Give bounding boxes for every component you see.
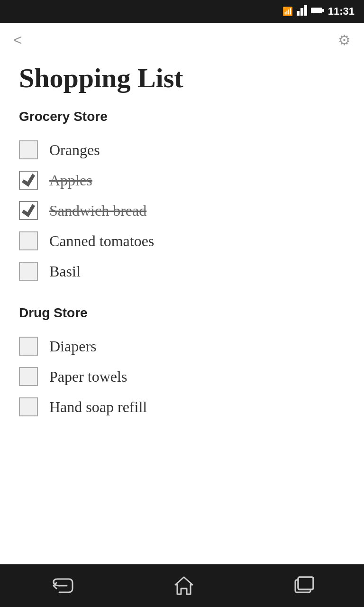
clock: 11:31	[328, 5, 355, 18]
apples-checkbox[interactable]	[19, 171, 38, 190]
svg-rect-3	[311, 8, 322, 13]
list-item: Canned tomatoes	[19, 226, 345, 256]
hand-soap-refill-checkbox[interactable]	[19, 397, 38, 416]
oranges-label: Oranges	[49, 141, 100, 159]
sandwich-bread-checkbox[interactable]	[19, 201, 38, 220]
svg-marker-5	[175, 577, 192, 594]
recents-nav-button[interactable]	[279, 570, 328, 601]
canned-tomatoes-label: Canned tomatoes	[49, 232, 154, 250]
svg-marker-0	[297, 11, 300, 16]
drug-store-heading: Drug Store	[19, 305, 345, 321]
list-item: Paper towels	[19, 361, 345, 392]
list-item: Basil	[19, 256, 345, 286]
list-item: Diapers	[19, 331, 345, 361]
svg-marker-1	[300, 8, 303, 16]
svg-rect-7	[298, 577, 313, 589]
paper-towels-checkbox[interactable]	[19, 367, 38, 386]
battery-icon	[311, 7, 324, 17]
canned-tomatoes-checkbox[interactable]	[19, 231, 38, 250]
status-bar: 📶 11:31	[0, 0, 364, 23]
top-nav: < ⚙	[0, 23, 364, 57]
settings-icon[interactable]: ⚙	[338, 32, 351, 48]
basil-label: Basil	[49, 263, 81, 280]
drug-store-section: Drug Store Diapers Paper towels Hand soa…	[19, 305, 345, 422]
list-item: Hand soap refill	[19, 392, 345, 422]
diapers-label: Diapers	[49, 338, 97, 355]
bottom-nav	[0, 564, 364, 607]
grocery-store-heading: Grocery Store	[19, 109, 345, 124]
back-nav-button[interactable]	[36, 573, 89, 598]
list-item: Oranges	[19, 135, 345, 165]
list-item: Sandwich bread	[19, 195, 345, 226]
home-nav-button[interactable]	[159, 570, 209, 601]
svg-marker-2	[304, 5, 307, 16]
svg-rect-4	[322, 9, 324, 12]
hand-soap-refill-label: Hand soap refill	[49, 398, 147, 416]
status-icons: 📶 11:31	[282, 5, 355, 18]
main-content: Shopping List Grocery Store Oranges Appl…	[0, 57, 364, 564]
grocery-store-section: Grocery Store Oranges Apples Sandwich br…	[19, 109, 345, 286]
paper-towels-label: Paper towels	[49, 368, 127, 386]
list-item: Apples	[19, 165, 345, 195]
sandwich-bread-label: Sandwich bread	[49, 202, 146, 220]
wifi-icon: 📶	[282, 6, 293, 17]
oranges-checkbox[interactable]	[19, 140, 38, 159]
page-title: Shopping List	[19, 62, 345, 94]
back-button[interactable]: <	[13, 31, 22, 49]
diapers-checkbox[interactable]	[19, 337, 38, 356]
basil-checkbox[interactable]	[19, 262, 38, 281]
signal-icon	[297, 5, 307, 18]
apples-label: Apples	[49, 172, 92, 189]
